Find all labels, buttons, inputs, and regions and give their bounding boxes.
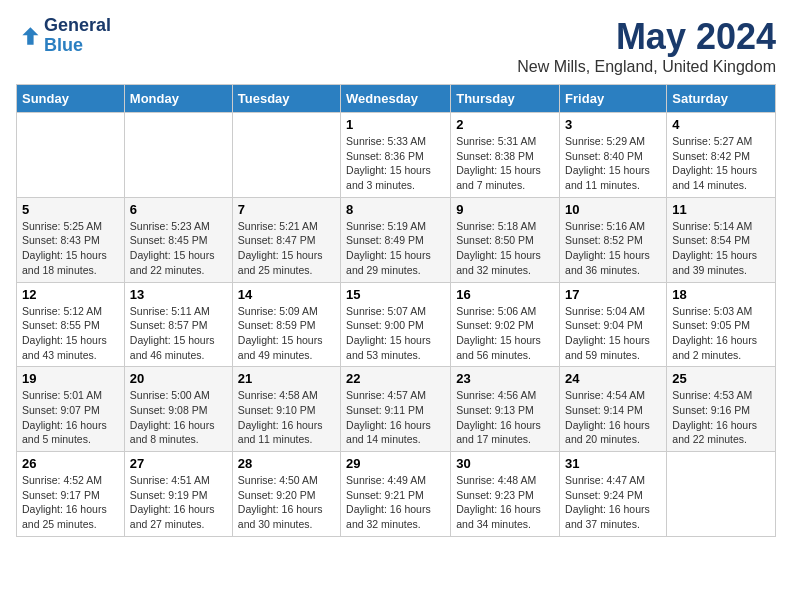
logo-text: General Blue	[44, 16, 111, 56]
calendar-cell: 21Sunrise: 4:58 AM Sunset: 9:10 PM Dayli…	[232, 367, 340, 452]
day-number: 29	[346, 456, 445, 471]
calendar-week-row: 26Sunrise: 4:52 AM Sunset: 9:17 PM Dayli…	[17, 452, 776, 537]
day-of-week-header: Monday	[124, 85, 232, 113]
day-info: Sunrise: 5:27 AM Sunset: 8:42 PM Dayligh…	[672, 134, 770, 193]
day-number: 23	[456, 371, 554, 386]
day-info: Sunrise: 4:56 AM Sunset: 9:13 PM Dayligh…	[456, 388, 554, 447]
calendar-cell: 30Sunrise: 4:48 AM Sunset: 9:23 PM Dayli…	[451, 452, 560, 537]
calendar-week-row: 5Sunrise: 5:25 AM Sunset: 8:43 PM Daylig…	[17, 197, 776, 282]
calendar-cell	[667, 452, 776, 537]
calendar-cell	[17, 113, 125, 198]
calendar-cell: 4Sunrise: 5:27 AM Sunset: 8:42 PM Daylig…	[667, 113, 776, 198]
day-number: 10	[565, 202, 661, 217]
day-info: Sunrise: 5:14 AM Sunset: 8:54 PM Dayligh…	[672, 219, 770, 278]
day-number: 16	[456, 287, 554, 302]
calendar-cell: 18Sunrise: 5:03 AM Sunset: 9:05 PM Dayli…	[667, 282, 776, 367]
calendar-cell: 7Sunrise: 5:21 AM Sunset: 8:47 PM Daylig…	[232, 197, 340, 282]
day-info: Sunrise: 5:01 AM Sunset: 9:07 PM Dayligh…	[22, 388, 119, 447]
calendar-cell: 26Sunrise: 4:52 AM Sunset: 9:17 PM Dayli…	[17, 452, 125, 537]
page-header: General Blue May 2024 New Mills, England…	[16, 16, 776, 76]
day-number: 2	[456, 117, 554, 132]
day-info: Sunrise: 4:51 AM Sunset: 9:19 PM Dayligh…	[130, 473, 227, 532]
day-info: Sunrise: 4:50 AM Sunset: 9:20 PM Dayligh…	[238, 473, 335, 532]
calendar-cell: 22Sunrise: 4:57 AM Sunset: 9:11 PM Dayli…	[341, 367, 451, 452]
day-info: Sunrise: 5:23 AM Sunset: 8:45 PM Dayligh…	[130, 219, 227, 278]
calendar-table: SundayMondayTuesdayWednesdayThursdayFrid…	[16, 84, 776, 537]
day-number: 17	[565, 287, 661, 302]
day-info: Sunrise: 5:19 AM Sunset: 8:49 PM Dayligh…	[346, 219, 445, 278]
day-number: 6	[130, 202, 227, 217]
calendar-cell: 8Sunrise: 5:19 AM Sunset: 8:49 PM Daylig…	[341, 197, 451, 282]
logo: General Blue	[16, 16, 111, 56]
day-number: 25	[672, 371, 770, 386]
day-info: Sunrise: 5:18 AM Sunset: 8:50 PM Dayligh…	[456, 219, 554, 278]
day-number: 30	[456, 456, 554, 471]
calendar-cell: 9Sunrise: 5:18 AM Sunset: 8:50 PM Daylig…	[451, 197, 560, 282]
day-number: 31	[565, 456, 661, 471]
day-info: Sunrise: 5:07 AM Sunset: 9:00 PM Dayligh…	[346, 304, 445, 363]
calendar-cell: 27Sunrise: 4:51 AM Sunset: 9:19 PM Dayli…	[124, 452, 232, 537]
day-number: 13	[130, 287, 227, 302]
day-number: 19	[22, 371, 119, 386]
calendar-cell: 5Sunrise: 5:25 AM Sunset: 8:43 PM Daylig…	[17, 197, 125, 282]
day-number: 9	[456, 202, 554, 217]
day-number: 18	[672, 287, 770, 302]
day-info: Sunrise: 4:49 AM Sunset: 9:21 PM Dayligh…	[346, 473, 445, 532]
calendar-cell: 2Sunrise: 5:31 AM Sunset: 8:38 PM Daylig…	[451, 113, 560, 198]
location: New Mills, England, United Kingdom	[517, 58, 776, 76]
day-info: Sunrise: 5:12 AM Sunset: 8:55 PM Dayligh…	[22, 304, 119, 363]
calendar-cell: 19Sunrise: 5:01 AM Sunset: 9:07 PM Dayli…	[17, 367, 125, 452]
calendar-cell: 15Sunrise: 5:07 AM Sunset: 9:00 PM Dayli…	[341, 282, 451, 367]
day-info: Sunrise: 4:48 AM Sunset: 9:23 PM Dayligh…	[456, 473, 554, 532]
day-info: Sunrise: 5:21 AM Sunset: 8:47 PM Dayligh…	[238, 219, 335, 278]
day-number: 27	[130, 456, 227, 471]
day-info: Sunrise: 5:09 AM Sunset: 8:59 PM Dayligh…	[238, 304, 335, 363]
day-number: 7	[238, 202, 335, 217]
day-of-week-header: Thursday	[451, 85, 560, 113]
day-number: 8	[346, 202, 445, 217]
day-of-week-header: Saturday	[667, 85, 776, 113]
calendar-cell: 29Sunrise: 4:49 AM Sunset: 9:21 PM Dayli…	[341, 452, 451, 537]
day-info: Sunrise: 5:00 AM Sunset: 9:08 PM Dayligh…	[130, 388, 227, 447]
calendar-cell: 31Sunrise: 4:47 AM Sunset: 9:24 PM Dayli…	[560, 452, 667, 537]
day-info: Sunrise: 5:11 AM Sunset: 8:57 PM Dayligh…	[130, 304, 227, 363]
day-of-week-header: Wednesday	[341, 85, 451, 113]
day-info: Sunrise: 5:31 AM Sunset: 8:38 PM Dayligh…	[456, 134, 554, 193]
day-info: Sunrise: 4:52 AM Sunset: 9:17 PM Dayligh…	[22, 473, 119, 532]
day-info: Sunrise: 5:25 AM Sunset: 8:43 PM Dayligh…	[22, 219, 119, 278]
day-number: 22	[346, 371, 445, 386]
calendar-cell	[124, 113, 232, 198]
calendar-cell: 17Sunrise: 5:04 AM Sunset: 9:04 PM Dayli…	[560, 282, 667, 367]
calendar-cell: 12Sunrise: 5:12 AM Sunset: 8:55 PM Dayli…	[17, 282, 125, 367]
day-info: Sunrise: 5:03 AM Sunset: 9:05 PM Dayligh…	[672, 304, 770, 363]
calendar-cell: 11Sunrise: 5:14 AM Sunset: 8:54 PM Dayli…	[667, 197, 776, 282]
day-of-week-header: Sunday	[17, 85, 125, 113]
calendar-cell: 6Sunrise: 5:23 AM Sunset: 8:45 PM Daylig…	[124, 197, 232, 282]
day-number: 28	[238, 456, 335, 471]
day-number: 1	[346, 117, 445, 132]
calendar-cell	[232, 113, 340, 198]
calendar-cell: 14Sunrise: 5:09 AM Sunset: 8:59 PM Dayli…	[232, 282, 340, 367]
day-info: Sunrise: 5:16 AM Sunset: 8:52 PM Dayligh…	[565, 219, 661, 278]
svg-marker-0	[22, 27, 38, 45]
calendar-cell: 3Sunrise: 5:29 AM Sunset: 8:40 PM Daylig…	[560, 113, 667, 198]
day-of-week-header: Tuesday	[232, 85, 340, 113]
calendar-cell: 20Sunrise: 5:00 AM Sunset: 9:08 PM Dayli…	[124, 367, 232, 452]
day-info: Sunrise: 4:54 AM Sunset: 9:14 PM Dayligh…	[565, 388, 661, 447]
calendar-cell: 10Sunrise: 5:16 AM Sunset: 8:52 PM Dayli…	[560, 197, 667, 282]
calendar-cell: 28Sunrise: 4:50 AM Sunset: 9:20 PM Dayli…	[232, 452, 340, 537]
day-info: Sunrise: 5:06 AM Sunset: 9:02 PM Dayligh…	[456, 304, 554, 363]
calendar-header-row: SundayMondayTuesdayWednesdayThursdayFrid…	[17, 85, 776, 113]
calendar-cell: 13Sunrise: 5:11 AM Sunset: 8:57 PM Dayli…	[124, 282, 232, 367]
day-number: 11	[672, 202, 770, 217]
calendar-week-row: 1Sunrise: 5:33 AM Sunset: 8:36 PM Daylig…	[17, 113, 776, 198]
day-number: 26	[22, 456, 119, 471]
calendar-week-row: 19Sunrise: 5:01 AM Sunset: 9:07 PM Dayli…	[17, 367, 776, 452]
calendar-cell: 24Sunrise: 4:54 AM Sunset: 9:14 PM Dayli…	[560, 367, 667, 452]
calendar-cell: 23Sunrise: 4:56 AM Sunset: 9:13 PM Dayli…	[451, 367, 560, 452]
calendar-body: 1Sunrise: 5:33 AM Sunset: 8:36 PM Daylig…	[17, 113, 776, 537]
day-number: 15	[346, 287, 445, 302]
day-info: Sunrise: 5:04 AM Sunset: 9:04 PM Dayligh…	[565, 304, 661, 363]
day-number: 4	[672, 117, 770, 132]
day-info: Sunrise: 5:29 AM Sunset: 8:40 PM Dayligh…	[565, 134, 661, 193]
